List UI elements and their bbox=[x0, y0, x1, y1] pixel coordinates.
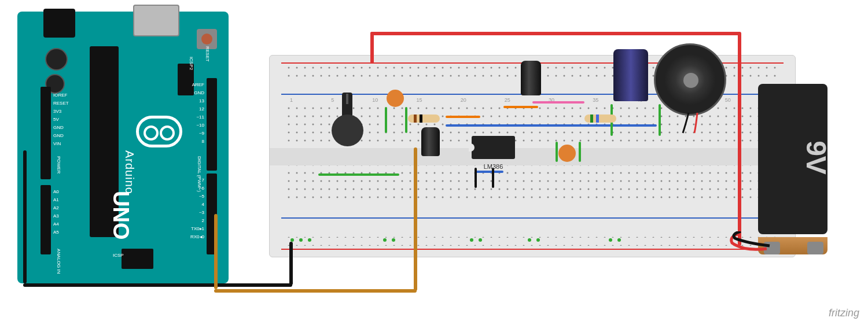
battery-label: 9V bbox=[800, 141, 832, 175]
wire-gnd bbox=[23, 150, 27, 283]
jumper-pink bbox=[532, 101, 584, 104]
svg-rect-5 bbox=[287, 231, 779, 238]
arduino-board: IOREF RESET 3V3 5V GND GND VIN A0 A1 A2 … bbox=[17, 12, 229, 283]
jumper-green bbox=[385, 107, 387, 133]
potentiometer bbox=[327, 110, 367, 150]
jumper-orange bbox=[446, 116, 480, 118]
pin-label: A0 A1 A2 A3 A4 A5 bbox=[53, 188, 59, 237]
wire-vcc bbox=[738, 32, 741, 246]
wire-signal bbox=[414, 147, 417, 291]
wire-vcc bbox=[370, 32, 741, 35]
jumper-green bbox=[579, 142, 581, 162]
arduino-model: UNO bbox=[108, 191, 133, 239]
power-header bbox=[41, 87, 51, 179]
pin-label: IOREF RESET 3V3 5V GND GND VIN bbox=[53, 91, 69, 148]
jumper-green bbox=[405, 107, 407, 133]
pin-label: AREF GND 13 12 ~11 ~10 ~9 8 bbox=[192, 81, 204, 146]
arduino-brand: Arduino bbox=[123, 150, 136, 194]
battery-9v: 9V bbox=[758, 84, 827, 234]
capacitor-icon bbox=[46, 49, 67, 69]
digital-label: DIGITAL (PWM~) bbox=[195, 156, 203, 192]
reset-label: RESET bbox=[203, 46, 211, 62]
ceramic-capacitor bbox=[387, 90, 404, 107]
ic-label: LM386 bbox=[472, 163, 515, 170]
usb-port-icon bbox=[133, 5, 179, 36]
jumper-orange bbox=[503, 106, 538, 108]
lm386-chip bbox=[472, 136, 515, 159]
svg-rect-6 bbox=[287, 239, 779, 246]
icsp-label: ICSP bbox=[113, 252, 124, 260]
breadboard-divider bbox=[270, 148, 795, 165]
wire-signal bbox=[214, 214, 218, 289]
battery-wires-icon bbox=[726, 231, 773, 260]
speaker-wires-icon bbox=[680, 113, 709, 142]
credit-label: fritzing bbox=[829, 307, 859, 319]
ceramic-capacitor bbox=[558, 145, 576, 162]
circuit-diagram: IOREF RESET 3V3 5V GND GND VIN A0 A1 A2 … bbox=[0, 0, 868, 325]
power-jack-icon bbox=[43, 9, 75, 38]
svg-rect-4 bbox=[287, 161, 779, 201]
jumper-green bbox=[556, 142, 558, 162]
jumper-black bbox=[475, 168, 477, 188]
jumper-green bbox=[318, 173, 399, 176]
jumper-blue bbox=[475, 171, 503, 173]
analog-header bbox=[41, 185, 51, 254]
electrolytic-capacitor-large bbox=[613, 49, 648, 101]
jumper-blue bbox=[558, 124, 657, 127]
battery-terminal-icon bbox=[807, 242, 823, 254]
jumper-blue bbox=[446, 124, 561, 127]
arduino-logo-icon bbox=[136, 116, 182, 147]
icsp-header bbox=[122, 249, 153, 269]
wire-signal bbox=[214, 289, 417, 293]
jumper-black bbox=[492, 168, 494, 188]
speaker-icon bbox=[654, 43, 726, 116]
pot-body-icon bbox=[332, 115, 363, 146]
resistor bbox=[408, 115, 440, 123]
resistor bbox=[584, 115, 616, 123]
wire-vcc bbox=[370, 32, 374, 64]
analog-label: ANALOG IN bbox=[54, 249, 62, 274]
wire-gnd bbox=[289, 242, 293, 285]
power-label: POWER bbox=[54, 156, 62, 173]
electrolytic-capacitor bbox=[521, 61, 541, 95]
jumper-green bbox=[659, 104, 661, 136]
digital-header-hi bbox=[207, 78, 217, 171]
icsp2-label: ICSP2 bbox=[187, 57, 195, 70]
electrolytic-capacitor bbox=[421, 127, 440, 156]
wire-gnd bbox=[23, 283, 292, 287]
